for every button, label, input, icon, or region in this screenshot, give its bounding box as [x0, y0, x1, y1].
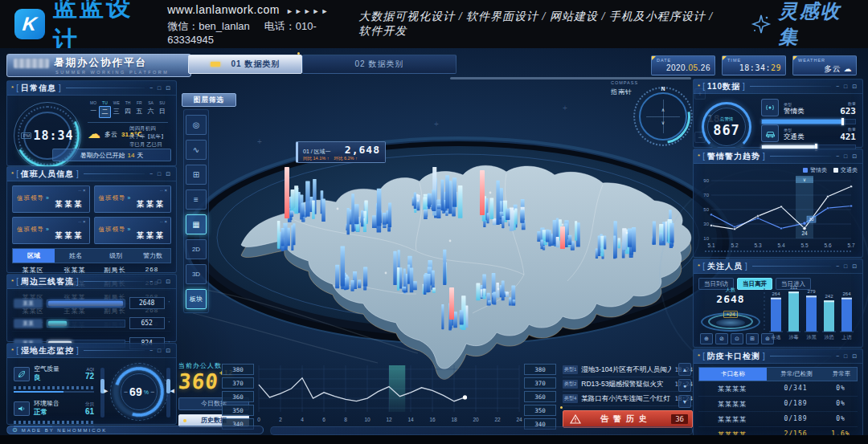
weekday-cn[interactable]: 五 — [133, 106, 145, 118]
duty-col-header[interactable]: 区域 — [13, 249, 55, 263]
window-controls[interactable]: − □ ⊡ — [836, 153, 858, 160]
scroll-down-button[interactable]: ▼ — [678, 395, 691, 408]
inspiration-collect[interactable]: 灵感收集 — [751, 0, 852, 50]
svg-text:+: + — [434, 120, 439, 128]
checkpoint-col-header[interactable]: 异常率 — [826, 368, 857, 381]
duty-col-header[interactable]: 姓名 — [55, 249, 96, 263]
alert-row[interactable]: 类型2RD13-53烟感报警疑似火灾17:24 — [563, 377, 693, 392]
site-header: K 蓝蓝设计 www.lanlanwork.com►►►►► 微信：ben_la… — [0, 0, 868, 49]
focus-tool-icon-1[interactable]: ⊘ — [715, 333, 728, 344]
svg-text:5.2: 5.2 — [731, 242, 738, 248]
layer-button-list-icon[interactable]: ≡ — [186, 189, 207, 210]
checkpoint-header[interactable]: 卡口名称异常/已检测异常率 — [698, 367, 858, 381]
layer-button-signal-icon[interactable]: ∿ — [186, 140, 207, 160]
svg-text:264: 264 — [772, 291, 780, 296]
alert-type-badge: 类型2 — [563, 380, 578, 389]
weekday-cn[interactable]: 日 — [157, 106, 168, 118]
scroll-up-button[interactable]: ▲ — [678, 363, 691, 376]
window-controls[interactable]: − □ ⊡ — [836, 84, 858, 90]
card-more-icon[interactable]: ·· × — [160, 188, 167, 193]
legend-item[interactable]: 警情类 — [803, 166, 827, 174]
week-calendar: MOTUWETHFRSASU一二三四五六日 — [88, 100, 168, 118]
tab-corner-dot — [297, 52, 300, 55]
checkpoint-col-header[interactable]: 异常/已检测 — [767, 368, 826, 381]
legend-item[interactable]: 交通类 — [833, 166, 858, 174]
window-controls[interactable]: − □ ⊡ — [149, 171, 172, 177]
focus-tool-icon-0[interactable]: ⊕ — [700, 333, 713, 344]
focus-tool-icon-2[interactable]: ⊙ — [731, 333, 743, 344]
duty-col-header[interactable]: 警力数 — [135, 249, 170, 263]
office-line-chart[interactable]: 024681012141618202224 — [256, 362, 522, 428]
tab-data-category-2[interactable]: 02 数据类别 — [302, 55, 457, 74]
duty-leader-card[interactable]: 值班领导»·· ×某某某 — [12, 217, 90, 244]
trend-line-chart[interactable]: 9070503010∨24305.15.25.35.45.55.65.7 — [698, 174, 856, 255]
window-controls[interactable]: − □ ⊡ — [149, 348, 172, 354]
card-more-icon[interactable]: ·· × — [78, 219, 85, 224]
collect-label: 灵感收集 — [778, 0, 852, 50]
gauge-right-arrow-icon[interactable]: ◀ — [170, 388, 174, 394]
layer-button-板块[interactable]: 板块 — [186, 289, 207, 309]
alert-history-banner[interactable]: 告警历史 36 — [563, 410, 693, 428]
svg-text:24: 24 — [801, 230, 808, 236]
gauge-left-arrow-icon[interactable]: ▶ — [104, 388, 108, 394]
summer-days-banner: 暑期办公已开始14天 — [52, 149, 171, 161]
layer-button-3d[interactable]: 3D — [186, 264, 207, 284]
noise-status: 正常 — [34, 408, 59, 418]
weekday-cn[interactable]: 三 — [111, 106, 122, 118]
card-more-icon[interactable]: ·· × — [78, 188, 85, 193]
weekday-cn[interactable]: 一 — [88, 106, 99, 118]
layer-button-2d[interactable]: 2D — [186, 239, 207, 259]
type-name: 交通类 — [784, 132, 805, 142]
svg-text:30: 30 — [703, 222, 709, 226]
card-more-icon[interactable]: ·· × — [160, 219, 167, 224]
window-controls[interactable]: − □ ⊡ — [836, 263, 858, 270]
weekday-cn[interactable]: 四 — [122, 106, 133, 118]
window-controls[interactable]: − □ ⊡ — [149, 85, 172, 92]
duty-leader-card[interactable]: 值班领导»·· ×某某某 — [12, 185, 90, 213]
flow-line-label: 某某 — [14, 299, 43, 308]
window-controls[interactable]: − □ ⊡ — [149, 279, 172, 285]
alert-row[interactable]: 类型1湿地3-104片区有不明人员闯入18:24 — [563, 363, 693, 377]
tooltip-mom: 环比 6.2% ↑ — [334, 156, 357, 161]
svg-text:上访: 上访 — [841, 334, 852, 340]
layer-button-bar-chart-icon[interactable]: ▦ — [186, 214, 207, 234]
flow-bars: 某某2648'某某652'某某824' — [7, 297, 176, 349]
north-label: N — [661, 86, 665, 92]
svg-text:311: 311 — [790, 285, 798, 290]
checkpoint-col-header[interactable]: 卡口名称 — [699, 368, 767, 381]
site-url[interactable]: www.lanlanwork.com — [167, 3, 280, 16]
time-value: 18:34:29 — [727, 63, 781, 72]
layer-button-grid-icon[interactable]: ⊞ — [186, 165, 207, 185]
duty-leader-card[interactable]: 值班领导»·· ×某某某 — [94, 217, 172, 244]
alarm-icon — [761, 99, 779, 116]
compass-dial[interactable]: N ∧ ∨ — [633, 87, 693, 146]
focus-tool-icon-3[interactable]: ⊞ — [746, 333, 759, 344]
svg-text:0: 0 — [257, 417, 260, 422]
svg-text:8: 8 — [344, 417, 347, 422]
bottom-strip — [0, 435, 868, 444]
compass-label-en: COMPASS — [611, 80, 638, 85]
yaxis-tick: 360 — [222, 391, 254, 402]
gauge-slider-right[interactable] — [166, 368, 170, 418]
duty-table-header[interactable]: 区域姓名级别警力数 — [12, 248, 171, 263]
focus-bar-chart[interactable]: 264在逃311涉毒279涉黑242涉恐264上访 — [761, 275, 859, 344]
panel-checkpoint: *[防疫卡口检测]− □ ⊡ 卡口名称异常/已检测异常率 某某某某0/3410%… — [693, 348, 863, 437]
svg-text:2: 2 — [279, 417, 282, 422]
weekday-en: SU — [157, 100, 168, 105]
svg-text:264: 264 — [842, 291, 851, 296]
window-controls[interactable]: − □ ⊡ — [836, 353, 858, 360]
tab-data-category-1[interactable]: 01 数据类别 — [188, 55, 302, 74]
leaf-icon — [14, 367, 30, 381]
duty-col-header[interactable]: 级别 — [96, 249, 135, 263]
weekday-en: SA — [145, 100, 156, 105]
duty-leader-card[interactable]: 值班领导»·· ×某某某 — [94, 185, 172, 213]
services-tagline: 大数据可视化设计 / 软件界面设计 / 网站建设 / 手机及小程序设计 / 软件… — [358, 10, 728, 39]
weekday-cn[interactable]: 二 — [99, 106, 110, 118]
scroll-pause-button[interactable]: ● — [678, 379, 691, 392]
total-alerts-gauge: 总警情867 — [702, 102, 751, 152]
layer-button-locate-icon[interactable]: ◎ — [186, 115, 207, 135]
svg-text:16: 16 — [429, 417, 436, 422]
weekday-cn[interactable]: 六 — [145, 106, 156, 118]
eco-gauge: −69%− ▶ ◀ — [110, 363, 168, 421]
alert-row[interactable]: 类型4某路口有小汽车连闯三个红灯18:24 — [563, 392, 693, 406]
